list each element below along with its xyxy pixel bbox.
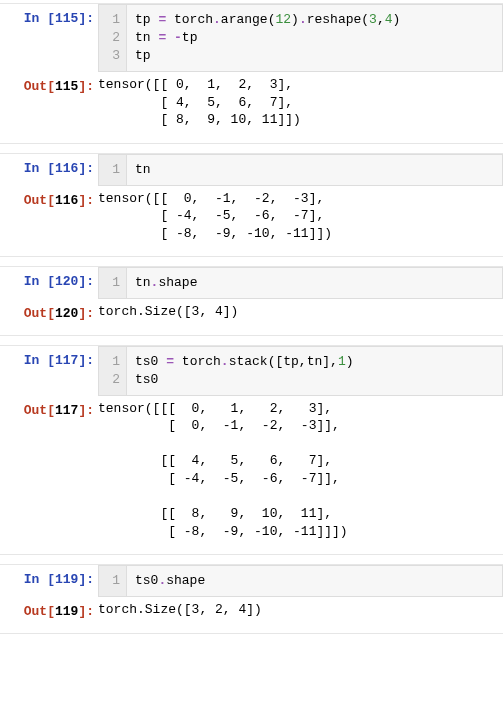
out-prefix: Out[ xyxy=(24,403,55,418)
line-number: 1 xyxy=(99,572,120,590)
code-content[interactable]: ts0 = torch.stack([tp,tn],1)ts0 xyxy=(127,347,502,395)
in-prefix: In [ xyxy=(24,572,55,587)
prompt-suffix: ]: xyxy=(78,572,94,587)
in-prefix: In [ xyxy=(24,274,55,289)
input-row: In [120]:1tn.shape xyxy=(0,267,503,299)
out-prefix: Out[ xyxy=(24,79,55,94)
code-line[interactable]: tn.shape xyxy=(135,274,494,292)
output-content: torch.Size([3, 2, 4]) xyxy=(98,597,503,633)
code-content[interactable]: tn xyxy=(127,155,502,185)
notebook: In [115]:123tp = torch.arange(12).reshap… xyxy=(0,3,503,634)
notebook-cell: In [117]:12ts0 = torch.stack([tp,tn],1)t… xyxy=(0,345,503,555)
out-number: 115 xyxy=(55,79,78,94)
out-prefix: Out[ xyxy=(24,604,55,619)
out-number: 116 xyxy=(55,193,78,208)
out-prefix: Out[ xyxy=(24,306,55,321)
line-number: 2 xyxy=(99,371,120,389)
input-prompt: In [119]: xyxy=(0,565,98,597)
line-gutter: 123 xyxy=(99,5,127,71)
output-content: torch.Size([3, 4]) xyxy=(98,299,503,335)
output-prompt: Out[115]: xyxy=(0,72,98,143)
prompt-suffix: ]: xyxy=(78,79,94,94)
output-content: tensor([[ 0, -1, -2, -3], [ -4, -5, -6, … xyxy=(98,186,503,257)
output-row: Out[117]:tensor([[[ 0, 1, 2, 3], [ 0, -1… xyxy=(0,396,503,554)
code-line[interactable]: tp xyxy=(135,47,494,65)
output-row: Out[116]:tensor([[ 0, -1, -2, -3], [ -4,… xyxy=(0,186,503,257)
code-line[interactable]: ts0 xyxy=(135,371,494,389)
line-number: 1 xyxy=(99,274,120,292)
input-row: In [115]:123tp = torch.arange(12).reshap… xyxy=(0,4,503,72)
line-gutter: 1 xyxy=(99,155,127,185)
line-gutter: 1 xyxy=(99,268,127,298)
input-prompt: In [120]: xyxy=(0,267,98,299)
line-number: 1 xyxy=(99,11,120,29)
line-gutter: 12 xyxy=(99,347,127,395)
notebook-cell: In [120]:1tn.shapeOut[120]:torch.Size([3… xyxy=(0,266,503,336)
input-row: In [117]:12ts0 = torch.stack([tp,tn],1)t… xyxy=(0,346,503,396)
in-number: 120 xyxy=(55,274,78,289)
in-number: 119 xyxy=(55,572,78,587)
output-row: Out[115]:tensor([[ 0, 1, 2, 3], [ 4, 5, … xyxy=(0,72,503,143)
notebook-cell: In [119]:1ts0.shapeOut[119]:torch.Size([… xyxy=(0,564,503,634)
out-number: 119 xyxy=(55,604,78,619)
in-number: 117 xyxy=(55,353,78,368)
line-gutter: 1 xyxy=(99,566,127,596)
line-number: 1 xyxy=(99,161,120,179)
output-prompt: Out[120]: xyxy=(0,299,98,335)
prompt-suffix: ]: xyxy=(78,604,94,619)
code-area[interactable]: 123tp = torch.arange(12).reshape(3,4)tn … xyxy=(98,4,503,72)
prompt-suffix: ]: xyxy=(78,274,94,289)
in-prefix: In [ xyxy=(24,353,55,368)
output-prompt: Out[119]: xyxy=(0,597,98,633)
prompt-suffix: ]: xyxy=(78,161,94,176)
input-prompt: In [116]: xyxy=(0,154,98,186)
in-number: 115 xyxy=(55,11,78,26)
output-content: tensor([[ 0, 1, 2, 3], [ 4, 5, 6, 7], [ … xyxy=(98,72,503,143)
input-row: In [119]:1ts0.shape xyxy=(0,565,503,597)
output-row: Out[119]:torch.Size([3, 2, 4]) xyxy=(0,597,503,633)
input-row: In [116]:1tn xyxy=(0,154,503,186)
line-number: 1 xyxy=(99,353,120,371)
code-content[interactable]: ts0.shape xyxy=(127,566,502,596)
line-number: 3 xyxy=(99,47,120,65)
output-prompt: Out[117]: xyxy=(0,396,98,554)
code-line[interactable]: ts0.shape xyxy=(135,572,494,590)
output-prompt: Out[116]: xyxy=(0,186,98,257)
in-prefix: In [ xyxy=(24,11,55,26)
output-content: tensor([[[ 0, 1, 2, 3], [ 0, -1, -2, -3]… xyxy=(98,396,503,554)
code-line[interactable]: tn = -tp xyxy=(135,29,494,47)
input-prompt: In [117]: xyxy=(0,346,98,396)
input-prompt: In [115]: xyxy=(0,4,98,72)
prompt-suffix: ]: xyxy=(78,306,94,321)
out-number: 120 xyxy=(55,306,78,321)
code-area[interactable]: 1tn.shape xyxy=(98,267,503,299)
output-row: Out[120]:torch.Size([3, 4]) xyxy=(0,299,503,335)
out-prefix: Out[ xyxy=(24,193,55,208)
code-area[interactable]: 12ts0 = torch.stack([tp,tn],1)ts0 xyxy=(98,346,503,396)
notebook-cell: In [116]:1tnOut[116]:tensor([[ 0, -1, -2… xyxy=(0,153,503,258)
out-number: 117 xyxy=(55,403,78,418)
code-line[interactable]: tp = torch.arange(12).reshape(3,4) xyxy=(135,11,494,29)
prompt-suffix: ]: xyxy=(78,193,94,208)
notebook-cell: In [115]:123tp = torch.arange(12).reshap… xyxy=(0,3,503,144)
prompt-suffix: ]: xyxy=(78,353,94,368)
prompt-suffix: ]: xyxy=(78,11,94,26)
code-line[interactable]: tn xyxy=(135,161,494,179)
in-prefix: In [ xyxy=(24,161,55,176)
code-line[interactable]: ts0 = torch.stack([tp,tn],1) xyxy=(135,353,494,371)
code-content[interactable]: tn.shape xyxy=(127,268,502,298)
in-number: 116 xyxy=(55,161,78,176)
prompt-suffix: ]: xyxy=(78,403,94,418)
code-area[interactable]: 1ts0.shape xyxy=(98,565,503,597)
code-area[interactable]: 1tn xyxy=(98,154,503,186)
line-number: 2 xyxy=(99,29,120,47)
code-content[interactable]: tp = torch.arange(12).reshape(3,4)tn = -… xyxy=(127,5,502,71)
